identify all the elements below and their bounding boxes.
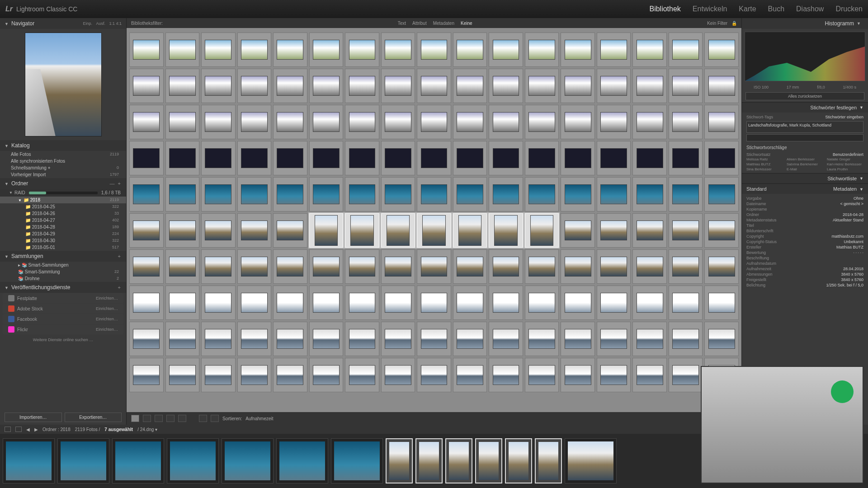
metadata-row[interactable]: Kopiename: [746, 206, 863, 212]
thumbnail-cell[interactable]: [561, 249, 595, 284]
view-grid-icon[interactable]: [131, 415, 139, 422]
thumbnail-cell[interactable]: [669, 177, 703, 211]
thumbnail-cell[interactable]: [632, 177, 667, 211]
thumbnail-cell[interactable]: [453, 69, 487, 103]
thumbnail-cell[interactable]: [417, 322, 451, 356]
thumbnail-cell[interactable]: [165, 69, 200, 103]
publish-more-link[interactable]: Weitere Dienste online suchen …: [0, 335, 126, 345]
publish-add-icon[interactable]: +: [118, 285, 122, 290]
thumbnail-cell[interactable]: [561, 141, 595, 175]
metadata-row[interactable]: Beschriftung: [746, 255, 863, 261]
thumbnail-cell[interactable]: [453, 177, 487, 211]
navigator-preview[interactable]: [25, 33, 102, 136]
thumbnail-cell[interactable]: [489, 213, 523, 248]
thumbnail-cell[interactable]: [597, 69, 631, 103]
publish-service-row[interactable]: FacebookEinrichten…: [3, 314, 123, 324]
thumbnail-cell[interactable]: [525, 286, 559, 320]
thumbnail-cell[interactable]: [597, 177, 631, 211]
thumbnail-cell[interactable]: [309, 177, 344, 211]
thumbnail-cell[interactable]: [381, 69, 415, 103]
thumbnail-cell[interactable]: [453, 358, 487, 392]
metadata-row[interactable]: Titel: [746, 223, 863, 228]
catalog-item[interactable]: Alle synchronisierten Fotos: [0, 158, 126, 164]
metadata-row[interactable]: Abmessungen3840 x 5760: [746, 272, 863, 277]
thumbnail-cell[interactable]: [273, 105, 307, 139]
thumbnail-cell[interactable]: [561, 105, 595, 139]
module-library[interactable]: Bibliothek: [649, 5, 680, 13]
thumbnail-cell[interactable]: [309, 213, 344, 248]
folders-header[interactable]: ▼Ordner — +: [0, 178, 126, 189]
secondary-monitor-icon[interactable]: [5, 427, 11, 432]
keyword-tags-mode[interactable]: Stichwörter eingeben: [825, 115, 863, 119]
thumbnail-cell[interactable]: [309, 249, 344, 284]
histogram-header[interactable]: Histogramm ▼: [742, 18, 868, 29]
thumbnail-cell[interactable]: [525, 105, 559, 139]
thumbnail-cell[interactable]: [237, 177, 272, 211]
thumbnail-cell[interactable]: [345, 33, 379, 67]
thumbnail-cell[interactable]: [273, 33, 307, 67]
keywordlist-header[interactable]: Stichwortliste▼: [742, 174, 868, 183]
view-people-icon[interactable]: [178, 415, 186, 422]
sort-value[interactable]: Aufnahmezeit: [245, 416, 273, 421]
nav-back-icon[interactable]: ◀: [26, 427, 30, 432]
folder-date-item[interactable]: 📁 2018-05-01517: [0, 244, 126, 251]
thumbnail-cell[interactable]: [273, 213, 307, 248]
thumbnail-cell[interactable]: [381, 177, 415, 211]
thumbnail-cell[interactable]: [669, 33, 703, 67]
catalog-item[interactable]: Alle Fotos2119: [0, 151, 126, 158]
thumbnail-cell[interactable]: [201, 105, 236, 139]
thumbnail-cell[interactable]: [453, 33, 487, 67]
collections-header[interactable]: ▼Sammlungen +: [0, 251, 126, 262]
thumbnail-cell[interactable]: [165, 105, 200, 139]
thumbnail-cell[interactable]: [597, 141, 631, 175]
thumbnail-cell[interactable]: [669, 105, 703, 139]
thumbnail-cell[interactable]: [345, 249, 379, 284]
thumbnail-cell[interactable]: [525, 177, 559, 211]
thumbnail-cell[interactable]: [165, 33, 200, 67]
keyword-set-value[interactable]: Benutzerdefiniert: [833, 152, 863, 157]
thumbnail-cell[interactable]: [345, 358, 379, 392]
thumbnail-cell[interactable]: [632, 286, 667, 320]
metadata-row[interactable]: Freigestellt3840 x 5760: [746, 277, 863, 282]
metadata-row[interactable]: Ordner2018-04-28: [746, 212, 863, 217]
thumbnail-cell[interactable]: [489, 249, 523, 284]
sort-direction-icon[interactable]: [211, 415, 219, 422]
collections-add-icon[interactable]: +: [118, 253, 122, 259]
navigator-fill[interactable]: Ausf.: [96, 21, 105, 26]
thumbnail-cell[interactable]: [632, 358, 667, 392]
thumbnail-cell[interactable]: [632, 69, 667, 103]
thumbnail-cell[interactable]: [561, 177, 595, 211]
filmstrip-thumb[interactable]: [505, 438, 532, 483]
thumbnail-cell[interactable]: [453, 322, 487, 356]
keyword-suggestion[interactable]: Natalie Greger: [827, 157, 863, 161]
filmstrip-thumb[interactable]: [57, 438, 109, 483]
thumbnail-cell[interactable]: [597, 286, 631, 320]
thumbnail-cell[interactable]: [632, 249, 667, 284]
thumbnail-cell[interactable]: [237, 33, 272, 67]
thumbnail-cell[interactable]: [201, 213, 236, 248]
folder-date-item[interactable]: 📁 2018-04-30322: [0, 237, 126, 244]
thumbnail-cell[interactable]: [381, 322, 415, 356]
filmstrip-thumb[interactable]: [222, 438, 274, 483]
thumbnail-cell[interactable]: [165, 249, 200, 284]
thumbnail-cell[interactable]: [669, 213, 703, 248]
thumbnail-cell[interactable]: [273, 358, 307, 392]
view-loupe-icon[interactable]: [143, 415, 151, 422]
thumbnail-cell[interactable]: [309, 33, 344, 67]
keyword-suggestion[interactable]: Karl-Heinz Berkissser: [827, 162, 863, 166]
filter-attribute[interactable]: Attribut: [412, 21, 427, 26]
thumbnail-cell[interactable]: [165, 322, 200, 356]
thumbnail-cell[interactable]: [381, 141, 415, 175]
thumbnail-cell[interactable]: [669, 358, 703, 392]
thumbnail-cell[interactable]: [381, 358, 415, 392]
navigator-ratios[interactable]: 1:1 4:1: [109, 21, 122, 26]
thumbnail-cell[interactable]: [669, 286, 703, 320]
publish-service-row[interactable]: FlickrEinrichten…: [3, 324, 123, 334]
metadata-preset-label[interactable]: Standard: [746, 186, 767, 192]
thumbnail-cell[interactable]: [309, 141, 344, 175]
thumbnail-cell[interactable]: [129, 141, 164, 175]
thumbnail-cell[interactable]: [525, 322, 559, 356]
view-compare-icon[interactable]: [155, 415, 163, 422]
filmstrip-thumb[interactable]: [475, 438, 502, 483]
metadata-row[interactable]: ErstellerMatthias BUTZ: [746, 244, 863, 250]
